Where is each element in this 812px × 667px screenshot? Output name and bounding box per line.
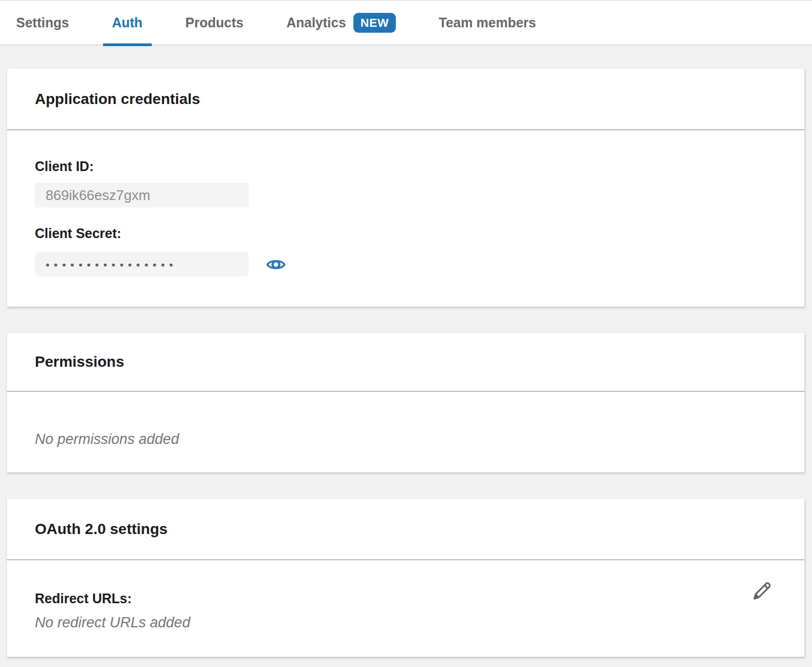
tab-analytics[interactable]: Analytics NEW <box>277 1 405 45</box>
tab-auth-label: Auth <box>112 15 143 31</box>
client-secret-masked-value: •••••••••••••••• <box>46 251 178 277</box>
redirect-urls-label: Redirect URLs: <box>35 590 777 606</box>
application-credentials-card: Application credentials Client ID: 869ik… <box>7 69 804 307</box>
oauth-settings-header: OAuth 2.0 settings <box>7 499 804 560</box>
client-id-field[interactable]: 869ik66esz7gxm <box>35 183 249 207</box>
oauth-settings-title: OAuth 2.0 settings <box>35 521 167 538</box>
client-secret-field[interactable]: •••••••••••••••• <box>35 252 249 277</box>
tab-team-members-label: Team members <box>439 15 536 31</box>
tab-settings-label: Settings <box>16 15 69 31</box>
client-id-label: Client ID: <box>35 158 777 174</box>
show-client-secret-button[interactable] <box>266 256 286 273</box>
tab-bar: Settings Auth Products Analytics NEW Tea… <box>0 0 812 46</box>
edit-redirect-urls-button[interactable] <box>750 580 773 603</box>
client-secret-label: Client Secret: <box>35 225 777 241</box>
tab-team-members[interactable]: Team members <box>430 1 545 45</box>
client-id-value: 869ik66esz7gxm <box>46 187 150 204</box>
application-credentials-title: Application credentials <box>35 91 200 108</box>
application-credentials-header: Application credentials <box>7 69 804 130</box>
oauth-settings-card: OAuth 2.0 settings Redirect URLs: No red… <box>7 499 804 657</box>
tab-auth[interactable]: Auth <box>103 1 152 45</box>
tab-settings[interactable]: Settings <box>7 1 78 45</box>
new-badge: NEW <box>353 13 396 33</box>
permissions-card: Permissions No permissions added <box>7 333 804 472</box>
tab-products-label: Products <box>186 15 243 31</box>
permissions-title: Permissions <box>35 353 124 370</box>
permissions-header: Permissions <box>7 333 804 392</box>
tab-products[interactable]: Products <box>176 1 253 45</box>
client-secret-row: •••••••••••••••• <box>35 252 777 277</box>
pencil-icon <box>750 580 773 603</box>
application-credentials-body: Client ID: 869ik66esz7gxm Client Secret:… <box>7 130 804 307</box>
permissions-empty-text: No permissions added <box>35 431 777 448</box>
permissions-body: No permissions added <box>7 392 804 472</box>
eye-icon <box>266 256 286 273</box>
tab-analytics-label: Analytics <box>286 15 346 31</box>
oauth-settings-body: Redirect URLs: No redirect URLs added <box>7 560 804 657</box>
redirect-urls-empty-text: No redirect URLs added <box>35 614 777 631</box>
auth-tab-content: Application credentials Client ID: 869ik… <box>0 46 812 657</box>
